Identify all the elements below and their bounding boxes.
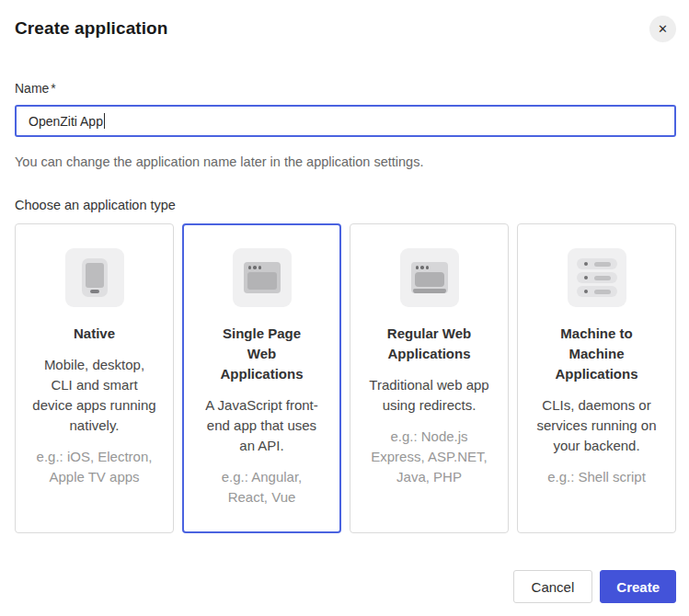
close-button[interactable]: ✕ — [649, 16, 676, 42]
dialog-header: Create application ✕ — [15, 0, 676, 39]
card-title: Machine to Machine Applications — [543, 324, 651, 384]
application-type-label: Choose an application type — [15, 198, 676, 212]
server-stack-icon — [568, 248, 626, 307]
card-regular-web[interactable]: Regular Web Applications Traditional web… — [350, 223, 509, 533]
application-name-value: OpenZiti App — [29, 114, 103, 129]
name-helper-text: You can change the application name late… — [15, 154, 676, 169]
card-single-page-web[interactable]: Single Page Web Applications A JavaScrip… — [182, 223, 341, 533]
card-machine-to-machine[interactable]: Machine to Machine Applications CLIs, da… — [517, 223, 676, 533]
dialog-footer: Cancel Create — [513, 570, 676, 603]
phone-icon — [65, 248, 124, 307]
name-field-label: Name* — [15, 81, 676, 96]
card-example: e.g.: Shell script — [534, 467, 659, 487]
cancel-button[interactable]: Cancel — [513, 570, 593, 603]
browser-window-icon — [233, 248, 292, 307]
card-description: Traditional web app using redirects. — [367, 375, 491, 416]
application-name-input[interactable]: OpenZiti App — [15, 105, 676, 137]
card-title: Native — [40, 324, 149, 344]
card-description: CLIs, daemons or services running on you… — [534, 395, 659, 456]
card-description: Mobile, desktop, CLI and smart device ap… — [32, 355, 156, 436]
card-example: e.g.: Angular, React, Vue — [200, 467, 324, 508]
page-title: Create application — [15, 18, 676, 39]
close-icon: ✕ — [658, 22, 668, 36]
card-title: Single Page Web Applications — [208, 324, 316, 384]
text-caret — [104, 113, 105, 129]
create-button[interactable]: Create — [600, 570, 676, 603]
card-description: A JavaScript front-end app that uses an … — [200, 395, 324, 456]
card-example: e.g.: iOS, Electron, Apple TV apps — [32, 447, 156, 487]
application-type-cards: Native Mobile, desktop, CLI and smart de… — [15, 223, 676, 533]
card-title: Regular Web Applications — [375, 324, 484, 364]
create-application-dialog: Create application ✕ Name* OpenZiti App … — [0, 0, 689, 616]
browser-server-icon — [400, 248, 459, 307]
required-marker: * — [51, 81, 55, 96]
card-example: e.g.: Node.js Express, ASP.NET, Java, PH… — [367, 427, 491, 487]
card-native[interactable]: Native Mobile, desktop, CLI and smart de… — [15, 223, 174, 533]
